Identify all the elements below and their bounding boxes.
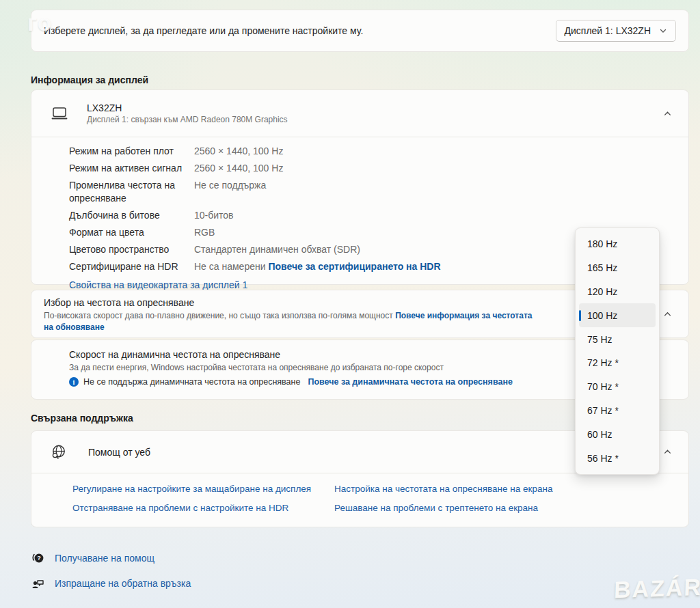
refresh-rate-option-120[interactable]: 120 Hz bbox=[579, 280, 656, 304]
row-label: Режим на работен плот bbox=[69, 145, 189, 158]
display-select-prompt: Изберете дисплей, за да прегледате или д… bbox=[44, 25, 363, 36]
row-label: Сертифициране на HDR bbox=[69, 260, 189, 273]
web-help-links: Регулиране на настройките за мащабиране … bbox=[31, 473, 688, 513]
related-support-section-title: Свързана поддръжка bbox=[31, 413, 133, 424]
refresh-rate-description-text: По-високата скорост дава по-плавно движе… bbox=[44, 311, 393, 320]
row-label: Формат на цвета bbox=[69, 226, 189, 239]
monitor-icon bbox=[51, 105, 68, 122]
refresh-rate-option-180[interactable]: 180 Hz bbox=[579, 232, 656, 256]
row-label: Цветово пространство bbox=[69, 243, 189, 256]
display-info-section-title: Информация за дисплей bbox=[31, 74, 148, 85]
feedback-icon bbox=[31, 576, 46, 591]
info-icon: i bbox=[69, 377, 79, 387]
display-selector-card: Изберете дисплей, за да прегледате или д… bbox=[31, 10, 689, 52]
display-info-card-header[interactable]: LX32ZH Дисплей 1: свързан към AMD Radeon… bbox=[31, 90, 688, 137]
send-feedback-link[interactable]: Изпращане на обратна връзка bbox=[55, 578, 191, 589]
display-gpu-subtitle: Дисплей 1: свързан към AMD Radeon 780M G… bbox=[87, 115, 663, 124]
globe-search-icon bbox=[51, 443, 68, 460]
row-label: Режим на активен сигнал bbox=[69, 162, 189, 175]
refresh-rate-option-165[interactable]: 165 Hz bbox=[579, 256, 656, 280]
refresh-rate-option-70[interactable]: 70 Hz * bbox=[579, 375, 656, 399]
chevron-up-icon[interactable] bbox=[663, 109, 672, 118]
dynamic-refresh-status: Не се поддържа динамичната честота на оп… bbox=[83, 377, 300, 387]
refresh-rate-option-60[interactable]: 60 Hz bbox=[579, 422, 656, 446]
table-row: Режим на активен сигнал 2560 × 1440, 100… bbox=[69, 162, 672, 175]
table-row: Дълбочина в битове 10-битов bbox=[69, 209, 672, 222]
table-row: Режим на работен плот 2560 × 1440, 100 H… bbox=[69, 145, 672, 158]
photo-watermark-bazar: BAZÁR bbox=[613, 574, 700, 604]
help-link-scaling[interactable]: Регулиране на настройките за мащабиране … bbox=[72, 484, 334, 494]
chevron-down-icon bbox=[659, 27, 667, 35]
get-help-row: ? Получаване на помощ bbox=[31, 551, 191, 566]
get-help-icon: ? bbox=[31, 551, 46, 566]
refresh-rate-option-72[interactable]: 72 Hz * bbox=[579, 351, 656, 375]
display-adapter-properties-link[interactable]: Свойства на видеокартата за дисплей 1 bbox=[69, 279, 247, 290]
refresh-rate-description: По-високата скорост дава по-плавно движе… bbox=[44, 310, 536, 333]
refresh-rate-option-67[interactable]: 67 Hz * bbox=[579, 399, 656, 423]
help-link-flicker[interactable]: Решаване на проблеми с трептенето на екр… bbox=[334, 503, 688, 513]
display-info-card-titles: LX32ZH Дисплей 1: свързан към AMD Radeon… bbox=[87, 102, 663, 124]
display-name: LX32ZH bbox=[87, 102, 663, 113]
display-select-dropdown[interactable]: Дисплей 1: LX32ZH bbox=[556, 20, 676, 42]
row-label: Дълбочина в битове bbox=[69, 209, 189, 222]
send-feedback-row: Изпращане на обратна връзка bbox=[31, 576, 191, 591]
footer-links: ? Получаване на помощ Изпращане на обрат… bbox=[31, 551, 191, 591]
refresh-rate-option-56[interactable]: 56 Hz * bbox=[579, 446, 656, 470]
refresh-rate-flyout: 180 Hz 165 Hz 120 Hz 100 Hz 75 Hz 72 Hz … bbox=[575, 227, 660, 475]
table-row: Променлива честота на опресняване Не се … bbox=[69, 179, 672, 205]
chevron-up-icon[interactable] bbox=[663, 309, 672, 318]
hdr-cert-status: Не са намерени bbox=[194, 261, 266, 272]
row-value: 10-битов bbox=[194, 209, 672, 222]
refresh-rate-option-100-selected[interactable]: 100 Hz bbox=[579, 303, 656, 327]
refresh-rate-title: Избор на честота на опресняване bbox=[44, 297, 647, 308]
chevron-up-icon[interactable] bbox=[663, 447, 672, 456]
hdr-certification-link[interactable]: Повече за сертифицирането на HDR bbox=[268, 261, 440, 272]
get-help-link[interactable]: Получаване на помощ bbox=[55, 553, 154, 564]
help-link-hdr-troubleshoot[interactable]: Отстраняване на проблеми с настройките н… bbox=[72, 503, 334, 513]
display-select-value: Дисплей 1: LX32ZH bbox=[565, 25, 651, 36]
svg-text:?: ? bbox=[37, 555, 41, 562]
refresh-rate-option-75[interactable]: 75 Hz bbox=[579, 327, 656, 351]
dynamic-refresh-learn-more-link[interactable]: Повече за динамичната честота на опресня… bbox=[308, 377, 512, 387]
help-link-refresh-rate[interactable]: Настройка на честотата на опресняване на… bbox=[334, 484, 688, 494]
row-value: Не се поддържа bbox=[194, 179, 672, 205]
row-value: 2560 × 1440, 100 Hz bbox=[194, 162, 672, 175]
row-label: Променлива честота на опресняване bbox=[69, 179, 189, 205]
settings-advanced-display-page: { "colors": { "accent": "#0067c0", "link… bbox=[0, 0, 700, 608]
row-value: 2560 × 1440, 100 Hz bbox=[194, 145, 672, 158]
